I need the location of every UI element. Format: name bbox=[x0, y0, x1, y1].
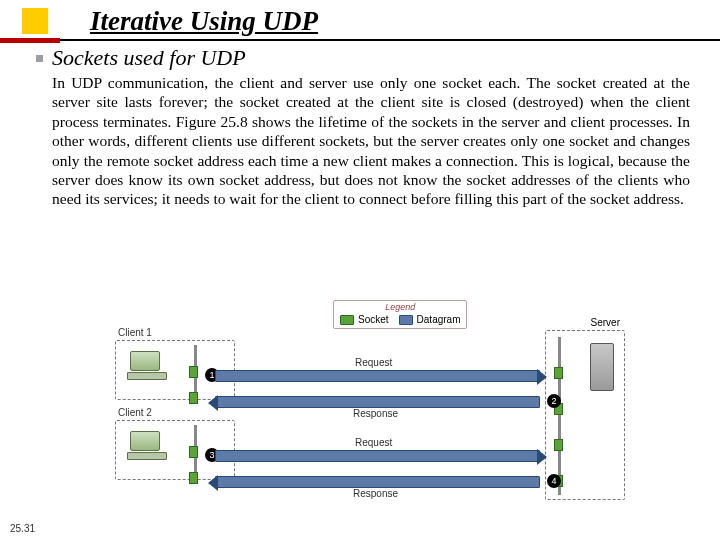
client1-label: Client 1 bbox=[118, 327, 152, 338]
legend-datagram-label: Datagram bbox=[417, 314, 461, 325]
laptop-icon bbox=[130, 431, 160, 451]
slide-subtitle: Sockets used for UDP bbox=[52, 45, 720, 71]
client1-socket-icon bbox=[189, 392, 198, 404]
client2-socket-icon bbox=[189, 472, 198, 484]
subtitle-row: Sockets used for UDP bbox=[0, 41, 720, 71]
udp-socket-diagram: Legend Socket Datagram Client 1 Client 2… bbox=[115, 300, 625, 510]
request-1-lane bbox=[215, 370, 540, 382]
response-2-lane bbox=[215, 476, 540, 488]
response-1-label: Response bbox=[353, 408, 398, 419]
body-paragraph: In UDP communication, the client and ser… bbox=[0, 71, 720, 209]
server-socket-icon bbox=[554, 367, 563, 379]
bullet-icon bbox=[36, 55, 43, 62]
request-2-label: Request bbox=[355, 437, 392, 448]
response-1-lane bbox=[215, 396, 540, 408]
legend: Legend Socket Datagram bbox=[333, 300, 467, 329]
legend-socket-label: Socket bbox=[358, 314, 389, 325]
slide-title: Iterative Using UDP bbox=[90, 6, 720, 37]
server-socket-icon bbox=[554, 439, 563, 451]
server-timeline bbox=[558, 337, 561, 495]
step-badge-4: 4 bbox=[547, 474, 561, 488]
server-label: Server bbox=[591, 317, 620, 328]
client1-socket-icon bbox=[189, 366, 198, 378]
request-2-lane bbox=[215, 450, 540, 462]
response-2-label: Response bbox=[353, 488, 398, 499]
client2-label: Client 2 bbox=[118, 407, 152, 418]
client2-socket-icon bbox=[189, 446, 198, 458]
legend-datagram-icon bbox=[399, 315, 413, 325]
request-1-label: Request bbox=[355, 357, 392, 368]
server-icon bbox=[590, 343, 614, 391]
laptop-icon bbox=[130, 351, 160, 371]
legend-title: Legend bbox=[340, 302, 460, 312]
step-badge-2: 2 bbox=[547, 394, 561, 408]
legend-socket-icon bbox=[340, 315, 354, 325]
title-accent-square bbox=[22, 8, 48, 34]
slide-number: 25.31 bbox=[10, 523, 35, 534]
title-bar: Iterative Using UDP bbox=[0, 0, 720, 39]
